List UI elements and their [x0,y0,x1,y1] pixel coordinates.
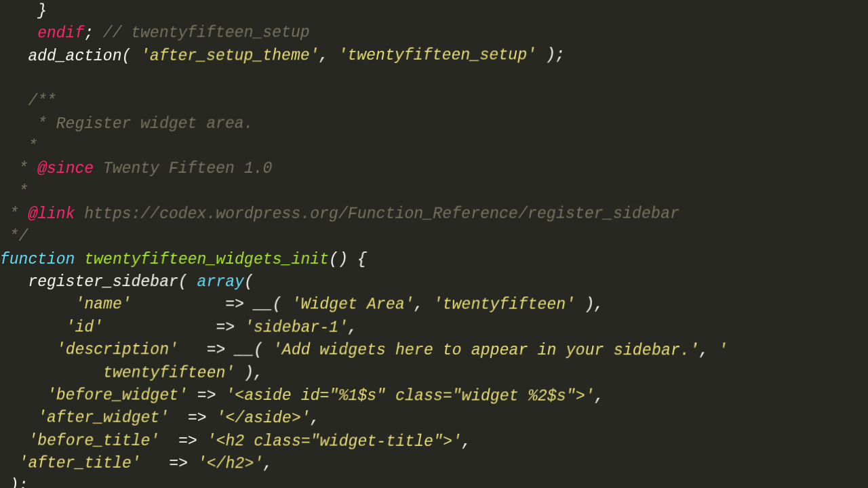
docblock-url: https://codex.wordpress.org/Function_Ref… [75,205,680,224]
indent [0,454,19,472]
line-end: ), [235,364,263,382]
line-end: , [348,319,357,336]
arrow: => [169,409,216,427]
keyword-function: function [0,251,75,268]
array-key: 'after_title' [19,454,141,472]
line-end: , [462,432,471,450]
docblock-line: /** [0,92,56,110]
array-key: 'name' [75,296,132,314]
code-line: 'description' => __( 'Add widgets here t… [0,341,728,360]
comma: , [319,47,338,64]
docblock-line: * @since Twenty Fifteen 1.0 [0,160,272,178]
code-line: 'id' => 'sidebar-1', [0,319,357,337]
arrow: => [188,387,226,405]
inline-comment: // twentyfifteen_setup [103,24,310,43]
code-line: 'before_title' => '<h2 class="widget-tit… [0,432,471,451]
params-brace: () { [329,251,367,268]
docblock-line: * [0,183,28,201]
array-key: 'after_widget' [37,409,169,428]
code-line: add_action( 'after_setup_theme', 'twenty… [0,46,565,65]
array-key: 'before_widget' [47,386,188,404]
line-end: ), [575,296,604,314]
code-line: 'after_title' => '</h2>', [0,454,273,472]
paren: ( [244,273,254,291]
docblock-line: * Register widget area. [0,115,254,133]
space [75,251,85,268]
code-line: endif; // twentyfifteen_setup [0,24,310,43]
indent [0,409,37,426]
docblock-tag-since: @since [37,160,94,178]
string-literal: 'twentyfifteen' [433,296,576,314]
string-literal: '<h2 class="widget-title">' [207,432,462,451]
arrow: => [159,432,206,449]
fn-call: add_action( [0,47,140,65]
arrow: => [141,455,197,472]
docblock-text: Twenty Fifteen 1.0 [94,160,272,178]
line-end: , [595,388,604,405]
fn-call: register_sidebar( [0,273,197,291]
arrow: => [103,319,244,336]
code-line: function twentyfifteen_widgets_init() { [0,251,367,268]
code-line: twentyfifteen' ), [0,364,263,382]
arrow: => __( [132,296,292,314]
comma: , [414,296,433,314]
indent [0,386,47,404]
string-literal: 'sidebar-1' [244,319,348,336]
string-literal: 'Add widgets here to appear in your side… [273,342,699,360]
indent [0,319,66,336]
indent [0,296,75,313]
array-key: 'id' [66,319,103,336]
string-continuation: twentyfifteen' [0,364,235,382]
keyword-array: array [197,273,244,291]
indent [0,432,28,449]
docblock-line: */ [0,228,28,245]
line-end: , [311,409,320,427]
string-literal: 'twentyfifteen_setup' [338,46,536,64]
docblock-prefix: * [0,160,37,178]
docblock-line: * @link https://codex.wordpress.org/Func… [0,205,679,224]
string-quote: ' [718,342,728,359]
code-line: ); [0,477,28,488]
string-literal: 'Widget Area' [292,296,414,314]
line-end: , [263,455,273,472]
array-key: 'before_title' [28,432,159,450]
array-key: 'description' [56,341,178,359]
docblock-prefix: * [0,205,28,223]
string-literal: '</aside>' [216,409,311,427]
keyword-endif: endif [0,24,84,42]
code-line: 'after_widget' => '</aside>', [0,409,320,427]
string-literal: '<aside id="%1$s" class="widget %2$s">' [225,387,594,405]
code-editor-viewport[interactable]: } endif; // twentyfifteen_setup add_acti… [0,0,868,488]
comma: , [699,342,718,359]
code-line: 'name' => __( 'Widget Area', 'twentyfift… [0,296,604,314]
string-literal: '</h2>' [197,455,263,472]
code-line: 'before_widget' => '<aside id="%1$s" cla… [0,386,604,405]
string-literal: 'after_setup_theme' [140,47,319,65]
code-line: register_sidebar( array( [0,273,254,291]
arrow: => __( [178,342,273,359]
docblock-line: * [0,138,37,155]
line-end: ); [536,46,565,64]
docblock-tag-link: @link [28,205,75,223]
indent [0,341,56,359]
code-line: } [0,2,47,20]
semicolon: ; [84,24,103,42]
function-name: twentyfifteen_widgets_init [84,251,329,268]
